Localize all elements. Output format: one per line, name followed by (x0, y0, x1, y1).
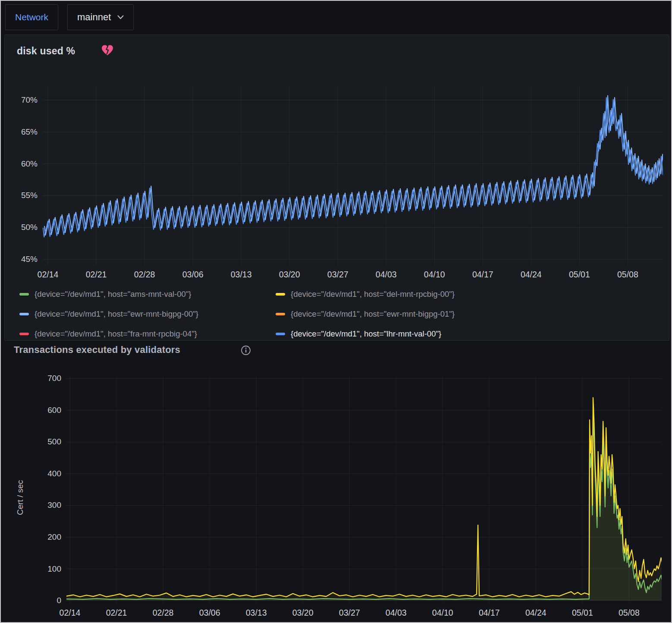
panel-title[interactable]: Transactions executed by validators (14, 344, 180, 356)
x-tick-label: 03/20 (270, 270, 309, 279)
x-tick-label: 02/21 (77, 270, 116, 279)
x-tick-label: 05/08 (609, 608, 648, 617)
x-tick-label: 04/17 (470, 608, 509, 617)
tx-chart-plot-area[interactable] (66, 375, 662, 603)
legend-series-color-swatch (19, 293, 29, 296)
legend-series-color-swatch (276, 293, 285, 296)
legend-item[interactable]: {device="/dev/md1", host="lhr-mnt-val-00… (276, 324, 662, 344)
network-variable-label: Network (15, 12, 48, 22)
legend-series-color-swatch (276, 333, 285, 335)
y-tick-label: 500 (28, 437, 61, 447)
x-tick-label: 03/13 (222, 270, 261, 279)
dashboard-toolbar: Network mainnet (1, 1, 671, 34)
x-tick-label: 04/10 (415, 270, 454, 279)
legend-item[interactable]: {device="/dev/md1", host="fra-mnt-rpcbig… (19, 324, 276, 344)
legend-series-label: {device="/dev/md1", host="ewr-mnt-bigpg-… (291, 309, 455, 319)
x-tick-label: 05/01 (560, 270, 599, 279)
y-tick-label: 55% (5, 191, 38, 200)
y-tick-label: 65% (5, 127, 38, 137)
legend-series-label: {device="/dev/md1", host="ewr-mnt-bigpg-… (35, 309, 198, 319)
series-line-validator-yellow (66, 398, 662, 597)
legend-series-label: {device="/dev/md1", host="del-mnt-rpcbig… (291, 289, 455, 299)
y-tick-label: 600 (28, 406, 61, 415)
legend-series-color-swatch (19, 333, 29, 335)
x-tick-label: 04/03 (367, 270, 405, 279)
x-tick-label: 05/08 (608, 270, 647, 279)
y-tick-label: 100 (28, 564, 61, 574)
x-tick-label: 02/14 (50, 608, 89, 617)
legend-item[interactable]: {device="/dev/md1", host="ams-mnt-val-00… (19, 284, 276, 304)
y-tick-label: 300 (28, 500, 61, 510)
x-tick-label: 03/20 (283, 608, 322, 617)
x-tick-label: 03/06 (173, 270, 212, 279)
y-tick-label: 50% (5, 223, 38, 232)
y-tick-label: 0 (28, 596, 61, 605)
x-tick-label: 04/17 (463, 270, 502, 279)
disk-chart-plot-area[interactable] (43, 85, 663, 264)
panel-transactions-executed: Transactions executed by validators Cert… (4, 343, 669, 622)
legend-item[interactable]: {device="/dev/md1", host="del-mnt-rpcbig… (276, 284, 662, 304)
info-icon[interactable] (241, 345, 251, 357)
x-tick-label: 05/01 (563, 608, 602, 617)
x-tick-label: 03/27 (318, 270, 357, 279)
chart-legend: {device="/dev/md1", host="ams-mnt-val-00… (19, 284, 662, 344)
legend-item[interactable]: {device="/dev/md1", host="ewr-mnt-bigpg-… (276, 304, 662, 324)
x-tick-label: 04/10 (423, 608, 462, 617)
panel-disk-used: disk used % {device="/dev/md1", host="am… (4, 35, 669, 341)
x-tick-label: 02/28 (125, 270, 164, 279)
series-area-validator-yellow (66, 398, 662, 601)
network-variable-value: mainnet (77, 12, 111, 23)
series-line-{device="/dev/md1", host="lhr-mnt-val-00"} (43, 98, 663, 237)
legend-item[interactable]: {device="/dev/md1", host="ewr-mnt-bigpg-… (19, 304, 276, 324)
legend-series-label: {device="/dev/md1", host="lhr-mnt-val-00… (291, 329, 441, 339)
network-variable-dropdown[interactable]: mainnet (67, 4, 134, 30)
x-tick-label: 02/21 (97, 608, 136, 617)
series-line-validator-green (66, 415, 662, 599)
x-tick-label: 04/24 (516, 608, 555, 617)
grafana-dashboard: Network mainnet disk used % {device="/de… (0, 0, 672, 623)
series-area-validator-green (66, 415, 662, 601)
y-tick-label: 45% (5, 255, 38, 264)
legend-series-color-swatch (276, 313, 285, 315)
x-tick-label: 03/06 (190, 608, 229, 617)
y-tick-label: 60% (5, 159, 38, 169)
panel-title[interactable]: disk used % (17, 45, 75, 57)
y-tick-label: 400 (28, 469, 61, 478)
y-axis-title: Cert / sec (16, 480, 25, 515)
network-variable-label-box: Network (5, 4, 58, 30)
y-tick-label: 70% (5, 95, 38, 105)
y-tick-label: 700 (28, 374, 61, 383)
broken-heart-alert-icon[interactable] (101, 44, 113, 58)
x-tick-label: 03/27 (330, 608, 369, 617)
legend-series-color-swatch (19, 313, 29, 315)
legend-series-label: {device="/dev/md1", host="ams-mnt-val-00… (35, 289, 192, 299)
x-tick-label: 04/24 (512, 270, 550, 279)
legend-series-label: {device="/dev/md1", host="fra-mnt-rpcbig… (35, 329, 197, 339)
x-tick-label: 02/14 (28, 270, 67, 279)
y-tick-label: 200 (28, 532, 61, 542)
x-tick-label: 03/13 (237, 608, 276, 617)
x-tick-label: 02/28 (144, 608, 182, 617)
x-tick-label: 04/03 (377, 608, 415, 617)
chevron-down-icon (117, 13, 124, 21)
